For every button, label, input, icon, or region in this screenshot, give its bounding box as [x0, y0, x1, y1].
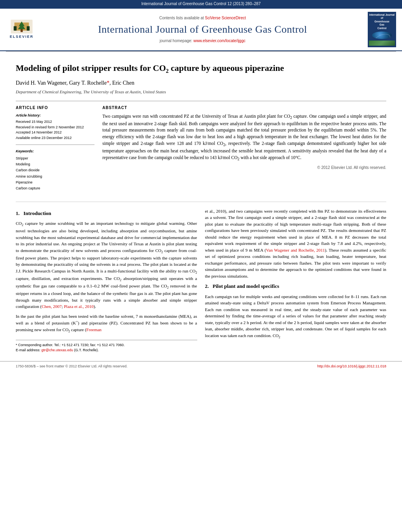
- accepted-date: Accepted 14 November 2012: [16, 130, 94, 135]
- abstract-label: ABSTRACT: [102, 105, 386, 111]
- elsevier-tree-icon: [10, 20, 33, 33]
- keyword-amine: Amine scrubbing: [16, 174, 94, 180]
- abstract-column: ABSTRACT Two campaigns were run with con…: [102, 105, 386, 196]
- cover-globe-graphic: [372, 32, 392, 39]
- ref-chen2007[interactable]: Chen, 2007: [42, 304, 62, 309]
- article-info-label: ARTICLE INFO: [16, 105, 94, 111]
- online-date: Available online 23 December 2012: [16, 135, 94, 141]
- article-info-column: ARTICLE INFO Article history: Received 1…: [16, 105, 94, 196]
- keyword-carbon-capture: Carbon capture: [16, 185, 94, 191]
- cover-bottom-graphic: [369, 41, 395, 46]
- sciverse-line: Contents lists available at SciVerse Sci…: [41, 15, 364, 21]
- keywords-block: Keywords: Stripper Modeling Carbon dioxi…: [16, 149, 94, 191]
- revised-date: Received in revised form 2 November 2012: [16, 125, 94, 130]
- received-date: Received 15 May 2012: [16, 119, 94, 125]
- doi-link[interactable]: http://dx.doi.org/10.1016/j.ijggc.2012.1…: [317, 364, 386, 368]
- keyword-modeling: Modeling: [16, 161, 94, 167]
- article-info-abstract-area: ARTICLE INFO Article history: Received 1…: [16, 101, 386, 196]
- ref-freeman[interactable]: Freeman: [86, 327, 101, 332]
- section2-p1: Each campaign ran for multiple weeks and…: [205, 293, 387, 340]
- article-history-label: Article history:: [16, 113, 94, 118]
- elsevier-text: ELSEVIER: [10, 34, 34, 39]
- body-columns: 1. Introduction CO2 capture by amine scr…: [16, 208, 386, 353]
- intro-p2: In the past the pilot plant has been tes…: [16, 313, 197, 334]
- affiliation: Department of Chemical Engineering, The …: [16, 89, 386, 95]
- corresponding-author-marker: *: [107, 80, 109, 86]
- section1-heading: 1. Introduction: [16, 209, 197, 217]
- intro-p3: et al., 2010), and two campaigns were re…: [205, 208, 387, 280]
- doi-notice: http://dx.doi.org/10.1016/j.ijggc.2012.1…: [317, 364, 386, 369]
- email-link[interactable]: gtr@che.utexas.edu: [41, 348, 73, 352]
- svg-rect-5: [14, 26, 17, 31]
- ref-vanwagener2011[interactable]: Van Wagener and Rochelle, 2011: [266, 248, 325, 252]
- journal-header: ELSEVIER Contents lists available at Sci…: [0, 8, 402, 51]
- homepage-url[interactable]: www.elsevier.com/locate/ijggc: [193, 39, 245, 43]
- body-divider: [16, 202, 386, 202]
- corresponding-footnote: * Corresponding author. Tel.: +1 512 471…: [16, 343, 197, 348]
- article-history-block: Article history: Received 15 May 2012 Re…: [16, 113, 94, 145]
- sciverse-link[interactable]: SciVerse ScienceDirect: [205, 16, 246, 20]
- author-names: David H. Van Wagener, Gary T. Rochelle*,…: [16, 80, 134, 86]
- svg-rect-4: [20, 29, 23, 32]
- svg-rect-6: [27, 26, 30, 31]
- journal-homepage: journal homepage: www.elsevier.com/locat…: [41, 38, 364, 44]
- journal-citation: International Journal of Greenhouse Gas …: [141, 2, 261, 6]
- cover-title: International Journal ofGreenhouseGasCon…: [369, 13, 395, 30]
- keywords-label: Keywords:: [16, 149, 94, 154]
- main-content: Modeling of pilot stripper results for C…: [0, 52, 402, 361]
- ref-plaza2010[interactable]: Plaza et al., 2010: [64, 304, 93, 309]
- elsevier-logo: ELSEVIER: [6, 19, 37, 41]
- keyword-piperazine: Piperazine: [16, 180, 94, 185]
- section2-heading: 2. Pilot plant and model specifics: [205, 282, 387, 290]
- body-col-left: 1. Introduction CO2 capture by amine scr…: [16, 208, 197, 353]
- copyright-notice: © 2012 Elsevier Ltd. All rights reserved…: [102, 165, 386, 171]
- journal-header-center: Contents lists available at SciVerse Sci…: [41, 15, 364, 44]
- intro-p1: CO2 capture by amine scrubbing will be a…: [16, 220, 197, 310]
- email-footnote: E-mail address: gtr@che.utexas.edu (G.T.…: [16, 348, 197, 353]
- footnotes: * Corresponding author. Tel.: +1 512 471…: [16, 340, 197, 353]
- journal-title: International Journal of Greenhouse Gas …: [41, 22, 364, 37]
- abstract-text: Two campaigns were run with concentrated…: [102, 113, 386, 162]
- authors: David H. Van Wagener, Gary T. Rochelle*,…: [16, 79, 386, 87]
- body-col-right: et al., 2010), and two campaigns were re…: [205, 208, 387, 353]
- journal-citation-bar: International Journal of Greenhouse Gas …: [0, 0, 402, 8]
- bottom-bar: 1750-5836/$ – see front matter © 2012 El…: [0, 361, 402, 371]
- keyword-co2: Carbon dioxide: [16, 167, 94, 173]
- journal-cover-image: International Journal ofGreenhouseGasCon…: [368, 12, 396, 47]
- keyword-stripper: Stripper: [16, 156, 94, 161]
- issn-notice: 1750-5836/$ – see front matter © 2012 El…: [16, 364, 128, 369]
- article-title: Modeling of pilot stripper results for C…: [16, 63, 386, 75]
